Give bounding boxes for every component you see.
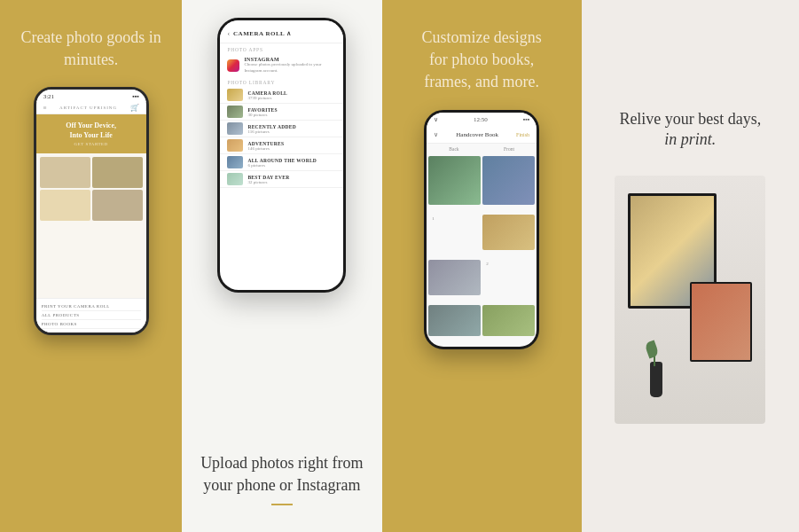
best-day-name: BEST DAY EVER <box>247 175 289 180</box>
recently-added-text: RECENTLY ADDED 116 pictures <box>247 124 296 134</box>
relive-italic: in print. <box>619 130 761 149</box>
phone-header-1: ≡ ARTIFACT UPRISING 🛒 <box>36 102 146 114</box>
favorites-name: FAVORITES <box>247 107 278 113</box>
library-thumb-5 <box>227 156 243 168</box>
camera-roll-count: 3739 pictures <box>247 96 287 100</box>
frame-small-image <box>692 284 750 360</box>
check-mark: ∨ <box>434 116 438 123</box>
menu-icon[interactable]: ≡ <box>43 105 47 112</box>
instagram-desc: Choose photos previously uploaded to you… <box>244 62 336 74</box>
around-world-name: ALL AROUND THE WORLD <box>247 158 317 163</box>
book-header: ∨ Handcover Book Finish <box>427 127 537 144</box>
panel-2-caption: Upload photos right fromyour phone or In… <box>200 452 363 505</box>
book-photo-6[interactable] <box>482 305 535 336</box>
library-thumb-6 <box>227 173 243 185</box>
phone-mockup-3: ∨ 12:50 ▪▪▪ ∨ Handcover Book Finish Back… <box>424 110 539 349</box>
library-thumb-1 <box>227 89 243 101</box>
page-number-1: 1 <box>428 215 481 258</box>
signal-icons-1: ▪▪▪ <box>132 93 138 100</box>
library-item-around-world[interactable]: ALL AROUND THE WORLD 6 pictures <box>220 154 343 171</box>
book-photo-1[interactable] <box>428 156 481 205</box>
photo-cell-3 <box>40 190 90 221</box>
book-photo-5[interactable] <box>428 305 481 336</box>
back-chevron-3[interactable]: ∨ <box>434 131 438 138</box>
panel-upload: ‹ CAMERA ROLL ∧ PHOTO APPS INSTAGRAM Cho… <box>182 0 381 532</box>
decorative-vase <box>650 362 662 397</box>
upload-caption: Upload photos right fromyour phone or In… <box>200 452 363 497</box>
library-item-adventures[interactable]: ADVENTURES 146 pictures <box>220 137 343 154</box>
panel-create: Create photo goods in minutes. 3:21 ▪▪▪ … <box>0 0 182 532</box>
app-logo: ARTIFACT UPRISING <box>59 106 117 111</box>
back-label: Back <box>449 146 458 152</box>
photo-library-label: PHOTO LIBRARY <box>220 76 343 87</box>
panel-3-title: Customize designsfor photo books,frames,… <box>421 27 542 94</box>
finish-button[interactable]: Finish <box>516 132 529 137</box>
relive-title: Relive your best days, <box>619 108 761 130</box>
adventures-text: ADVENTURES 146 pictures <box>247 141 284 151</box>
status-bar-1: 3:21 ▪▪▪ <box>36 90 146 102</box>
panel-customize: Customize designsfor photo books,frames,… <box>382 0 582 532</box>
library-thumb-3 <box>227 122 243 135</box>
phone-status-bar-3: ∨ 12:50 ▪▪▪ <box>427 113 537 127</box>
caption-divider <box>271 504 293 505</box>
library-thumb-4 <box>227 139 243 152</box>
instagram-item[interactable]: INSTAGRAM Choose photos previously uploa… <box>220 54 343 76</box>
frames-scene <box>615 176 765 424</box>
book-type-label: Handcover Book <box>456 131 498 138</box>
page-number-2: 2 <box>482 260 535 303</box>
status-time-3: 12:50 <box>474 116 488 123</box>
library-item-camera-roll[interactable]: CAMERA ROLL 3739 pictures <box>220 87 343 104</box>
phone-mockup-2: ‹ CAMERA ROLL ∧ PHOTO APPS INSTAGRAM Cho… <box>217 18 346 293</box>
favorites-text: FAVORITES 30 pictures <box>247 107 278 117</box>
instagram-text: INSTAGRAM Choose photos previously uploa… <box>244 57 336 74</box>
around-world-text: ALL AROUND THE WORLD 6 pictures <box>247 158 317 168</box>
photo-cell-2 <box>92 157 143 188</box>
library-thumb-2 <box>227 106 243 118</box>
favorites-count: 30 pictures <box>247 113 278 117</box>
book-photo-grid: 1 2 <box>427 154 537 347</box>
library-item-recently-added[interactable]: RECENTLY ADDED 116 pictures <box>220 121 343 137</box>
back-arrow[interactable]: ‹ <box>227 29 230 37</box>
library-item-favorites[interactable]: FAVORITES 30 pictures <box>220 104 343 121</box>
camera-roll-text: CAMERA ROLL 3739 pictures <box>247 90 287 100</box>
around-world-count: 6 pictures <box>247 163 317 168</box>
time-display-1: 3:21 <box>43 93 54 100</box>
camera-roll-name: CAMERA ROLL <box>247 90 287 96</box>
footer-section-label: PRINT YOUR CAMERA ROLL <box>42 302 141 311</box>
phone-footer: PRINT YOUR CAMERA ROLL All Products Phot… <box>36 298 146 332</box>
photo-apps-label: PHOTO APPS <box>220 43 343 54</box>
book-photo-2[interactable] <box>482 156 535 205</box>
cart-icon[interactable]: 🛒 <box>130 104 139 112</box>
banner-title: Off Your Device,Into Your Life <box>43 121 139 140</box>
camera-roll-header: ‹ CAMERA ROLL ∧ <box>220 20 343 43</box>
phone-content-area <box>36 153 146 298</box>
book-labels: Back Front <box>427 144 537 154</box>
signal-icons-3: ▪▪▪ <box>523 116 529 123</box>
book-photo-3[interactable] <box>482 215 535 250</box>
recently-added-name: RECENTLY ADDED <box>247 124 296 129</box>
instagram-icon <box>227 59 239 72</box>
best-day-count: 32 pictures <box>247 180 289 184</box>
best-day-text: BEST DAY EVER 32 pictures <box>247 175 289 184</box>
frame-small <box>690 282 752 362</box>
panel-1-title: Create photo goods in minutes. <box>9 27 173 71</box>
phone-mockup-1: 3:21 ▪▪▪ ≡ ARTIFACT UPRISING 🛒 Off Your … <box>34 87 149 335</box>
footer-photo-books[interactable]: Photo Books <box>42 320 141 329</box>
camera-roll-title: CAMERA ROLL ∧ <box>233 30 292 37</box>
adventures-name: ADVENTURES <box>247 141 284 146</box>
photo-grid <box>36 153 146 224</box>
front-label: Front <box>504 146 514 152</box>
banner-cta[interactable]: GET STARTED <box>43 142 139 146</box>
panel-4-text: Relive your best days, in print. <box>619 108 761 149</box>
app-container: Create photo goods in minutes. 3:21 ▪▪▪ … <box>0 0 799 532</box>
panel-relive: Relive your best days, in print. <box>582 0 799 532</box>
book-photo-4[interactable] <box>428 260 481 295</box>
footer-all-products[interactable]: All Products <box>42 311 141 320</box>
phone-banner: Off Your Device,Into Your Life GET START… <box>36 114 146 153</box>
photo-cell-4 <box>92 190 143 221</box>
adventures-count: 146 pictures <box>247 146 284 151</box>
library-item-best-day[interactable]: BEST DAY EVER 32 pictures <box>220 171 343 188</box>
recently-added-count: 116 pictures <box>247 129 296 134</box>
photo-cell-1 <box>40 157 90 188</box>
